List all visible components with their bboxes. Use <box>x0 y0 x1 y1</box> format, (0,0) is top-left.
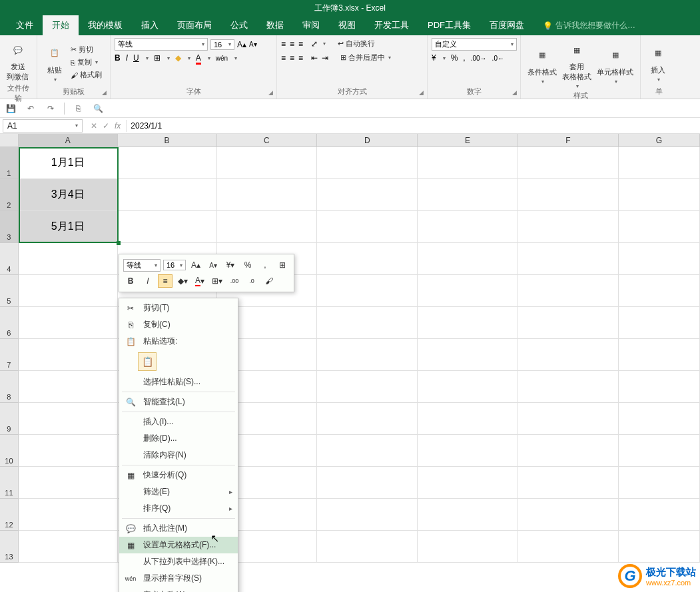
dialog-launcher[interactable]: ◢ <box>510 89 518 97</box>
name-box[interactable]: A1▾ <box>3 119 83 133</box>
format-painter-button[interactable]: 🖌格式刷 <box>68 69 105 81</box>
row-header[interactable]: 6 <box>0 307 19 339</box>
ctx-filter[interactable]: 筛选(E) <box>119 483 238 500</box>
cell[interactable] <box>418 531 518 563</box>
cell[interactable] <box>317 275 418 307</box>
cell[interactable] <box>19 403 118 435</box>
cell[interactable] <box>317 403 418 435</box>
qat-button[interactable]: ⎘ <box>71 102 85 115</box>
paste-button[interactable]: 📋粘贴▾ <box>41 41 68 84</box>
cell[interactable] <box>19 435 118 467</box>
mini-currency[interactable]: ¥▾ <box>223 258 238 272</box>
cell[interactable] <box>317 499 418 531</box>
mini-size-combo[interactable]: 16▾ <box>163 260 186 270</box>
cell[interactable] <box>317 179 418 211</box>
tab-review[interactable]: 审阅 <box>293 15 329 35</box>
mini-italic[interactable]: I <box>141 274 155 288</box>
cell[interactable] <box>217 211 318 243</box>
cell[interactable] <box>619 403 700 435</box>
font-combo[interactable]: 等线▾ <box>115 38 208 51</box>
cell[interactable] <box>317 467 418 499</box>
ctx-smart-lookup[interactable]: 🔍智能查找(L) <box>119 394 238 410</box>
align-top-button[interactable]: ≡ <box>281 39 286 49</box>
cell[interactable] <box>317 307 418 339</box>
cell[interactable] <box>19 371 118 403</box>
italic-button[interactable]: I <box>126 53 128 63</box>
row-header[interactable]: 13 <box>0 531 19 563</box>
mini-inc-decimal[interactable]: .00 <box>227 274 242 288</box>
merge-center-button[interactable]: ⊞合并后居中▾ <box>338 52 394 63</box>
cell[interactable] <box>518 179 619 211</box>
cell[interactable] <box>619 467 700 499</box>
row-header[interactable]: 12 <box>0 499 19 531</box>
cell[interactable] <box>518 243 619 275</box>
cut-button[interactable]: ✂剪切 <box>68 44 105 55</box>
col-header-a[interactable]: A <box>19 134 118 147</box>
row-header[interactable]: 2 <box>0 179 19 211</box>
wrap-text-button[interactable]: ↩自动换行 <box>335 38 378 49</box>
cell[interactable] <box>518 339 619 371</box>
cell[interactable] <box>418 275 518 307</box>
table-format-button[interactable]: ▦套用 表格格式▾ <box>559 38 594 91</box>
cell[interactable] <box>518 147 619 179</box>
tab-layout[interactable]: 页面布局 <box>168 15 221 35</box>
cell[interactable] <box>518 467 619 499</box>
cell[interactable] <box>19 531 118 563</box>
cell[interactable] <box>418 179 518 211</box>
number-format-combo[interactable]: 自定义▾ <box>432 38 517 51</box>
tab-developer[interactable]: 开发工具 <box>365 15 418 35</box>
cell[interactable] <box>118 211 217 243</box>
dialog-launcher[interactable]: ◢ <box>266 89 274 97</box>
dialog-launcher[interactable]: ◢ <box>417 89 425 97</box>
row-header[interactable]: 5 <box>0 275 19 307</box>
cell[interactable] <box>19 243 118 275</box>
conditional-format-button[interactable]: ▦条件格式▾ <box>525 43 559 86</box>
col-header-f[interactable]: F <box>518 134 619 147</box>
tab-home[interactable]: 开始 <box>43 15 79 35</box>
cell[interactable] <box>418 467 518 499</box>
comma-button[interactable]: , <box>463 53 465 63</box>
align-bottom-button[interactable]: ≡ <box>298 39 303 49</box>
cell[interactable] <box>518 499 619 531</box>
tab-file[interactable]: 文件 <box>7 15 43 35</box>
enter-icon[interactable]: ✓ <box>103 121 109 131</box>
decrease-decimal-button[interactable]: .0← <box>492 55 504 62</box>
ctx-paste-option[interactable]: 📋 <box>138 352 157 371</box>
mini-font-color[interactable]: A▾ <box>192 274 207 288</box>
increase-indent-button[interactable]: ⇥ <box>322 53 328 63</box>
row-header[interactable]: 3 <box>0 211 19 243</box>
mini-borders[interactable]: ⊞ <box>275 258 290 272</box>
align-left-button[interactable]: ≡ <box>281 53 286 63</box>
row-header[interactable]: 11 <box>0 467 19 499</box>
col-header-b[interactable]: B <box>118 134 217 147</box>
formula-input[interactable]: 2023/1/1 <box>126 120 700 132</box>
send-wechat-button[interactable]: 💬发送 到微信 <box>4 38 31 83</box>
cell[interactable]: 3月4日 <box>19 179 118 211</box>
ctx-delete[interactable]: 删除(D)... <box>119 430 238 447</box>
cell[interactable] <box>619 435 700 467</box>
fill-color-button[interactable]: ◆ <box>175 53 181 63</box>
decrease-font-button[interactable]: A▾ <box>249 41 257 48</box>
mini-increase-font[interactable]: A▴ <box>188 258 203 272</box>
cell[interactable] <box>118 179 217 211</box>
cell[interactable]: 5月1日 <box>19 211 118 243</box>
cell[interactable] <box>619 211 700 243</box>
cell[interactable] <box>317 531 418 563</box>
cell[interactable] <box>418 307 518 339</box>
fx-icon[interactable]: fx <box>115 121 121 131</box>
align-right-button[interactable]: ≡ <box>298 53 303 63</box>
cell[interactable]: 1月1日 <box>19 147 118 179</box>
cell[interactable] <box>518 531 619 563</box>
row-header[interactable]: 9 <box>0 403 19 435</box>
cell[interactable] <box>19 275 118 307</box>
mini-align-center[interactable]: ≡ <box>158 274 173 288</box>
orientation-button[interactable]: ⤢ <box>311 39 318 49</box>
cell[interactable] <box>118 147 217 179</box>
ctx-insert[interactable]: 插入(I)... <box>119 414 238 430</box>
cell[interactable] <box>619 179 700 211</box>
ctx-define-name[interactable]: 定义名称(A)... <box>119 587 238 592</box>
tab-view[interactable]: 视图 <box>329 15 365 35</box>
mini-decrease-font[interactable]: A▾ <box>206 258 220 272</box>
percent-button[interactable]: % <box>451 53 458 63</box>
mini-format-painter[interactable]: 🖌 <box>262 274 276 288</box>
